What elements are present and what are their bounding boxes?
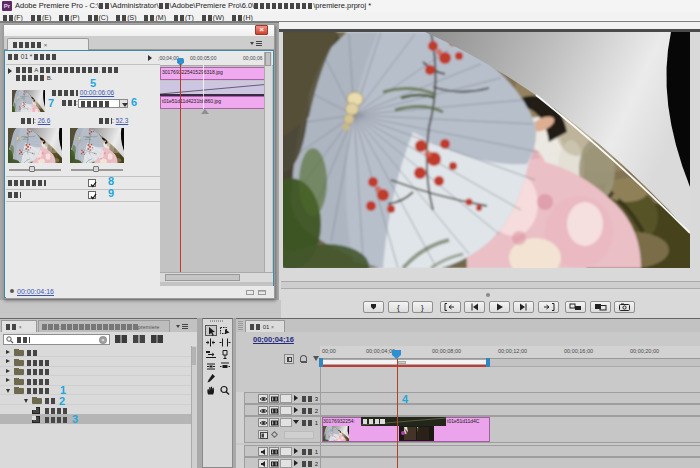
svg-text:}: } — [421, 303, 424, 312]
svg-text:{: { — [397, 303, 400, 312]
